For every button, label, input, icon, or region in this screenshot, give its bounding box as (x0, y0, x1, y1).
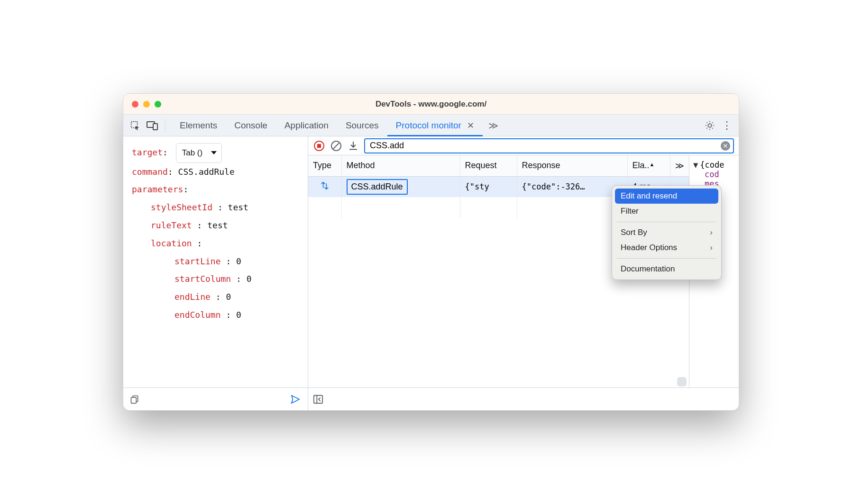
record-toggle-button[interactable] (313, 140, 325, 152)
tab-protocol-monitor[interactable]: Protocol monitor ✕ (387, 115, 483, 136)
inspect-element-icon[interactable] (128, 118, 142, 133)
command-label: command (132, 167, 168, 177)
param-key: startColumn (174, 274, 231, 284)
scrollbar-thumb[interactable] (677, 377, 687, 387)
col-type[interactable]: Type (308, 155, 341, 176)
tab-elements[interactable]: Elements (171, 115, 226, 136)
col-overflow[interactable]: ≫ (670, 155, 689, 176)
chevron-right-icon: › (710, 228, 713, 237)
param-value: 0 (226, 292, 231, 302)
param-value: test (228, 202, 248, 212)
device-toolbar-icon[interactable] (145, 118, 159, 133)
row-request: {"sty (460, 176, 517, 197)
param-value: test (207, 220, 228, 230)
minimize-window-button[interactable] (143, 101, 150, 108)
svg-rect-4 (131, 397, 137, 403)
chevron-down-icon (211, 151, 217, 154)
tab-label: Elements (180, 120, 217, 131)
details-key: cod (705, 170, 719, 179)
tab-label: Application (284, 120, 329, 131)
log-footer (308, 387, 739, 410)
filter-input[interactable]: CSS.add ✕ (364, 138, 734, 153)
param-key: endColumn (174, 310, 221, 320)
param-key: styleSheetId (151, 202, 212, 212)
devtools-tabsbar: Elements Console Application Sources Pro… (123, 115, 739, 136)
param-value: 0 (236, 256, 241, 266)
clear-filter-icon[interactable]: ✕ (721, 141, 730, 151)
command-editor-panel: target: Tab () command: CSS.addRule para… (123, 136, 308, 410)
col-request[interactable]: Request (460, 155, 517, 176)
chevron-right-icon: › (710, 243, 713, 252)
command-editor[interactable]: target: Tab () command: CSS.addRule para… (123, 136, 308, 387)
param-key: ruleText (151, 220, 192, 230)
row-response: {"code":-326… (517, 176, 627, 197)
tab-console[interactable]: Console (226, 115, 276, 136)
param-value: 0 (247, 274, 252, 284)
svg-line-8 (333, 143, 339, 149)
separator (165, 119, 165, 132)
ctx-sort-by[interactable]: Sort By› (615, 225, 718, 240)
svg-rect-2 (153, 124, 157, 130)
ctx-label: Sort By (621, 228, 647, 237)
zoom-window-button[interactable] (155, 101, 161, 108)
sort-asc-icon: ▲ (650, 162, 655, 167)
col-method[interactable]: Method (341, 155, 460, 176)
clear-log-button[interactable] (330, 140, 342, 152)
tab-label: Protocol monitor (396, 120, 461, 131)
tab-label: Sources (346, 120, 379, 131)
parameters-label: parameters (132, 184, 183, 194)
ctx-documentation[interactable]: Documentation (615, 261, 718, 277)
more-menu-icon[interactable]: ⋮ (720, 118, 734, 133)
ctx-label: Header Options (621, 243, 677, 252)
send-command-button[interactable] (290, 394, 301, 405)
param-value: 0 (236, 310, 241, 320)
tab-label: Console (234, 120, 267, 131)
toggle-sidebar-icon[interactable] (313, 394, 323, 405)
more-tabs-icon[interactable]: ≫ (486, 120, 501, 131)
bidirectional-arrow-icon (313, 180, 337, 191)
download-log-button[interactable] (347, 140, 359, 152)
settings-gear-icon[interactable] (703, 118, 717, 133)
ctx-edit-resend[interactable]: Edit and resend (615, 189, 718, 204)
log-toolbar: CSS.add ✕ (308, 136, 739, 155)
filter-input-value: CSS.add (370, 141, 721, 151)
ctx-filter[interactable]: Filter (615, 204, 718, 219)
param-key: startLine (174, 256, 221, 266)
copy-icon[interactable] (130, 395, 139, 404)
close-window-button[interactable] (132, 101, 138, 108)
param-key: endLine (174, 292, 211, 302)
ctx-label: Filter (621, 207, 639, 216)
panel-tabs: Elements Console Application Sources Pro… (171, 115, 483, 136)
col-response[interactable]: Response (517, 155, 627, 176)
ctx-label: Edit and resend (621, 191, 677, 201)
disclosure-triangle-icon[interactable]: ▼ (693, 160, 698, 170)
editor-footer (123, 387, 308, 410)
target-label: target (132, 147, 163, 157)
col-elapsed[interactable]: Ela..▲ (627, 155, 670, 176)
close-tab-icon[interactable]: ✕ (467, 120, 474, 131)
row-method: CSS.addRule (347, 179, 408, 195)
details-root: {code (700, 160, 724, 170)
context-menu: Edit and resend Filter Sort By› Header O… (612, 185, 722, 280)
target-select[interactable]: Tab () (176, 143, 222, 163)
traffic-lights (123, 101, 161, 108)
ctx-label: Documentation (621, 264, 675, 274)
titlebar: DevTools - www.google.com/ (123, 94, 739, 115)
tab-sources[interactable]: Sources (337, 115, 387, 136)
ctx-separator (617, 258, 716, 259)
target-select-value: Tab () (182, 144, 202, 162)
tab-application[interactable]: Application (276, 115, 337, 136)
ctx-header-options[interactable]: Header Options› (615, 240, 718, 255)
ctx-separator (617, 222, 716, 222)
main-area: target: Tab () command: CSS.addRule para… (123, 136, 739, 410)
window-title: DevTools - www.google.com/ (123, 99, 739, 109)
devtools-window: DevTools - www.google.com/ Elements Cons… (123, 93, 739, 411)
command-value: CSS.addRule (178, 167, 235, 177)
protocol-log-panel: CSS.add ✕ Type Method Request (308, 136, 739, 410)
param-key: location (151, 238, 192, 248)
svg-rect-6 (317, 144, 321, 148)
